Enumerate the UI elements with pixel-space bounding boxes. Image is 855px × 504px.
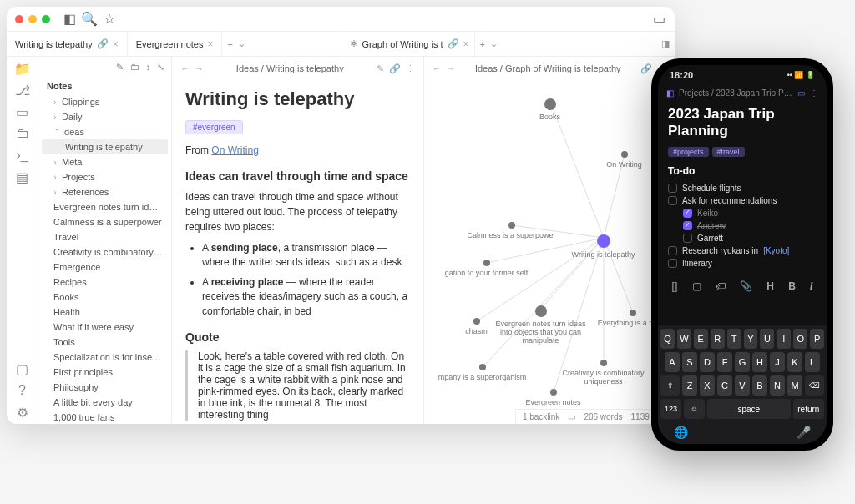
reading-view-icon[interactable]: ▭ (651, 12, 666, 27)
settings-icon[interactable]: ⚙ (16, 406, 29, 419)
tree-item[interactable]: Projects (38, 169, 171, 184)
stack-icon[interactable]: ▤ (16, 170, 29, 184)
key[interactable]: W (677, 329, 691, 349)
tree-item[interactable]: Emergence (38, 260, 171, 275)
sort-icon[interactable]: ↕ (146, 62, 151, 73)
graph-node[interactable]: Calmness is a superpower (466, 222, 558, 239)
toolbar-btn[interactable]: [] (672, 280, 678, 292)
vault-icon[interactable]: ▢ (16, 362, 29, 375)
graph-node[interactable]: Evergreen notes (508, 389, 600, 406)
key-return[interactable]: return (793, 399, 824, 419)
files-icon[interactable]: 📁 (16, 62, 29, 75)
key[interactable]: E (694, 329, 708, 349)
tree-item[interactable]: 1,000 true fans (38, 410, 171, 424)
branch-icon[interactable]: ⎇ (16, 83, 29, 97)
tree-item[interactable]: Tools (38, 335, 171, 350)
close-icon[interactable]: × (463, 38, 469, 50)
note-tag[interactable]: #projects (668, 147, 709, 157)
sidebar-toggle-icon[interactable]: ◧ (62, 12, 77, 27)
console-icon[interactable]: ›_ (16, 149, 29, 162)
graph-node[interactable]: chasm (431, 318, 523, 335)
key[interactable]: U (760, 329, 774, 349)
key[interactable]: I (777, 329, 791, 349)
breadcrumb[interactable]: Ideas / Writing is telepathy (209, 63, 372, 73)
checkbox[interactable] (683, 234, 692, 243)
breadcrumb[interactable]: Ideas / Graph of Writing is telepathy (461, 63, 636, 73)
checkbox[interactable] (683, 221, 692, 230)
back-icon[interactable]: ← (180, 63, 190, 73)
breadcrumb[interactable]: Projects / 2023 Japan Trip Pl... (679, 88, 792, 98)
editor-content[interactable]: Writing is telepathy #evergreen From On … (172, 80, 423, 424)
tree-item[interactable]: Philosophy (38, 380, 171, 395)
key[interactable]: D (700, 352, 715, 372)
min-dot[interactable] (28, 15, 37, 23)
close-dot[interactable] (15, 15, 23, 23)
key[interactable]: Z (682, 375, 697, 396)
todo-item[interactable]: Andrew (668, 219, 817, 232)
backlinks-count[interactable]: 1 backlink (523, 412, 559, 421)
tree-item[interactable]: What if it were easy (38, 320, 171, 335)
sidebar-toggle-icon[interactable]: ◧ (666, 88, 674, 98)
tree-item[interactable]: Calmness is a superpower (38, 214, 171, 229)
checkbox[interactable] (668, 259, 677, 268)
help-icon[interactable]: ? (16, 384, 29, 397)
close-icon[interactable]: × (113, 38, 119, 50)
key-emoji[interactable]: ☺ (684, 399, 705, 419)
tree-item[interactable]: Meta (38, 154, 171, 169)
todo-item[interactable]: Keiko (668, 207, 817, 219)
tree-item[interactable]: Daily (38, 109, 171, 124)
key[interactable]: X (700, 375, 715, 396)
graph-node[interactable]: Books (504, 98, 596, 121)
checkbox[interactable] (683, 209, 692, 218)
toolbar-btn[interactable]: B (788, 280, 796, 292)
note-tag[interactable]: #evergreen (185, 120, 243, 134)
graph-node[interactable]: gation to your former self (441, 260, 533, 277)
key[interactable]: J (770, 352, 785, 372)
more-icon[interactable]: ⋮ (810, 88, 818, 98)
tree-item[interactable]: Books (38, 290, 171, 305)
tab-dropdown-icon[interactable]: ⌄ (490, 38, 498, 49)
close-icon[interactable]: × (207, 38, 213, 50)
tab-evergreen[interactable]: Evergreen notes× (128, 32, 223, 56)
book-icon[interactable]: ▭ (797, 88, 805, 98)
key[interactable]: B (752, 375, 767, 396)
link-icon[interactable]: 🔗 (389, 63, 401, 74)
tree-item[interactable]: Writing is telepathy (42, 139, 168, 154)
max-dot[interactable] (42, 15, 50, 23)
new-tab-icon[interactable]: + (480, 39, 485, 49)
todo-item[interactable]: Ask for recommendations (668, 194, 817, 207)
folder-icon[interactable]: 🗀 (16, 127, 29, 140)
calendar-icon[interactable]: ▭ (16, 105, 29, 118)
back-icon[interactable]: ← (433, 63, 442, 73)
tab-graph[interactable]: ⚛Graph of Writing is t🔗× (341, 32, 475, 56)
key[interactable]: K (787, 352, 802, 372)
fwd-icon[interactable]: → (195, 63, 204, 73)
pane-layout-icon[interactable]: ◨ (656, 32, 675, 56)
toolbar-btn[interactable]: 📎 (740, 280, 752, 292)
tree-item[interactable]: Ideas (38, 124, 171, 139)
todo-item[interactable]: Research ryokans in [Kyoto] (668, 244, 817, 257)
tree-item[interactable]: A little bit every day (38, 395, 171, 410)
key[interactable]: P (810, 329, 824, 349)
checkbox[interactable] (668, 246, 677, 255)
key[interactable]: ⇧ (660, 375, 680, 396)
key[interactable]: L (805, 352, 820, 372)
edit-icon[interactable]: ✎ (377, 63, 384, 74)
tree-item[interactable]: Recipes (38, 275, 171, 290)
key[interactable]: Q (660, 329, 675, 349)
tree-item[interactable]: First principles (38, 365, 171, 380)
phone-content[interactable]: 2023 Japan Trip Planning #projects #trav… (658, 101, 827, 275)
key[interactable]: C (717, 375, 732, 396)
link-icon[interactable]: 🔗 (640, 63, 652, 74)
tree-item[interactable]: Evergreen notes turn ideas... (38, 199, 171, 214)
note-tag[interactable]: #travel (712, 147, 745, 157)
todo-item[interactable]: Itinerary (668, 257, 817, 270)
tree-item[interactable]: Specialization is for insects (38, 350, 171, 365)
key[interactable]: V (735, 375, 750, 396)
graph-node[interactable]: Writing is telepathy (558, 234, 650, 259)
toolbar-btn[interactable]: 🏷 (716, 280, 726, 292)
todo-item[interactable]: Garrett (668, 232, 817, 244)
globe-icon[interactable]: 🌐 (674, 426, 688, 439)
star-icon[interactable]: ☆ (102, 12, 117, 27)
key-space[interactable]: space (707, 399, 791, 419)
